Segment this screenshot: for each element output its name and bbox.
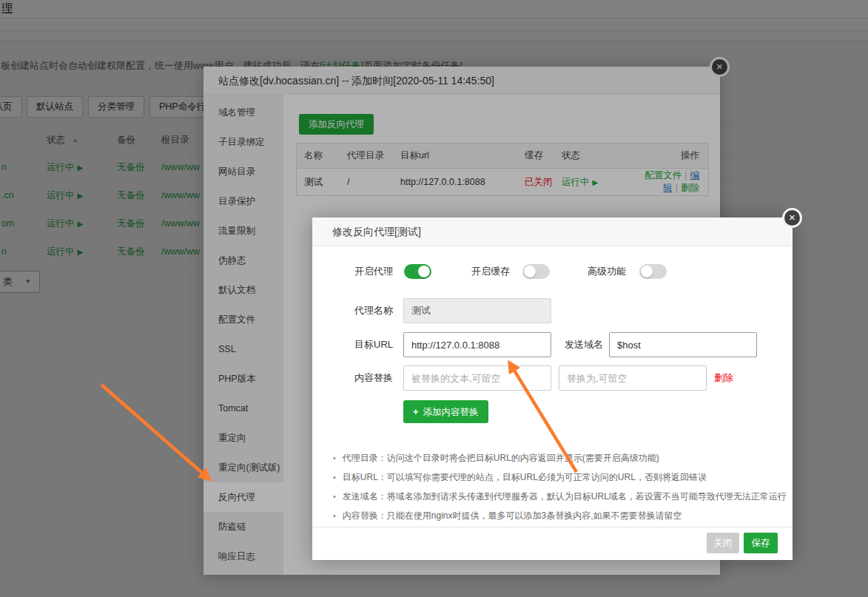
- content-replace-label: 内容替换: [354, 365, 393, 391]
- toggle-knob: [641, 266, 653, 277]
- replace-to-field[interactable]: [559, 365, 707, 391]
- send-domain-field[interactable]: [609, 332, 757, 357]
- add-content-replace-button[interactable]: +添加内容替换: [403, 400, 488, 423]
- enable-proxy-toggle[interactable]: [404, 264, 431, 279]
- send-domain-label: 发送域名: [565, 332, 603, 357]
- save-button[interactable]: 保存: [744, 533, 778, 553]
- proxy-modal-footer: 关闭 保存: [312, 527, 793, 560]
- toggle-knob: [524, 266, 536, 277]
- bullet-icon: •: [333, 492, 336, 501]
- bullet-icon: •: [333, 511, 336, 520]
- advanced-feature-toggle[interactable]: [639, 264, 667, 279]
- delete-replace-link[interactable]: 删除: [714, 365, 733, 391]
- replace-from-field[interactable]: [403, 365, 551, 391]
- bullet-icon: •: [333, 453, 336, 462]
- enable-cache-label: 开启缓存: [471, 264, 510, 279]
- enable-proxy-label: 开启代理: [354, 264, 393, 279]
- proxy-modal-title: 修改反向代理[测试]: [332, 217, 421, 246]
- edit-reverse-proxy-modal: 修改反向代理[测试] × 开启代理 开启缓存 高级功能 代理名称 目标URL 发…: [312, 217, 793, 560]
- screen: 理 板创建站点时会自动创建权限配置，统一使用www用户，建站成功后，请在[计划任…: [0, 0, 868, 597]
- target-url-field[interactable]: [403, 332, 551, 357]
- tip-send-domain: •发送域名：将域名添加到请求头传递到代理服务器，默认为目标URL域名，若设置不当…: [333, 490, 787, 503]
- plus-icon: +: [413, 406, 419, 417]
- advanced-feature-label: 高级功能: [588, 264, 626, 279]
- proxy-name-label: 代理名称: [354, 298, 393, 323]
- bullet-icon: •: [333, 473, 336, 482]
- target-url-label: 目标URL: [354, 332, 393, 357]
- tip-content-replace: •内容替换：只能在使用nginx时提供，最多可以添加3条替换内容,如果不需要替换…: [333, 510, 682, 522]
- close-icon[interactable]: ×: [782, 208, 802, 228]
- close-button[interactable]: 关闭: [707, 533, 739, 553]
- enable-cache-toggle[interactable]: [522, 264, 550, 279]
- proxy-name-field: [403, 298, 551, 323]
- proxy-modal-titlebar: 修改反向代理[测试]: [312, 217, 793, 246]
- tip-target-url: •目标URL：可以填写你需要代理的站点，目标URL必须为可正常访问的URL，否则…: [333, 471, 707, 484]
- toggle-knob: [418, 266, 430, 277]
- tip-proxy-dir: •代理目录：访问这个目录时将会把目标URL的内容返回并显示(需要开启高级功能): [333, 452, 659, 465]
